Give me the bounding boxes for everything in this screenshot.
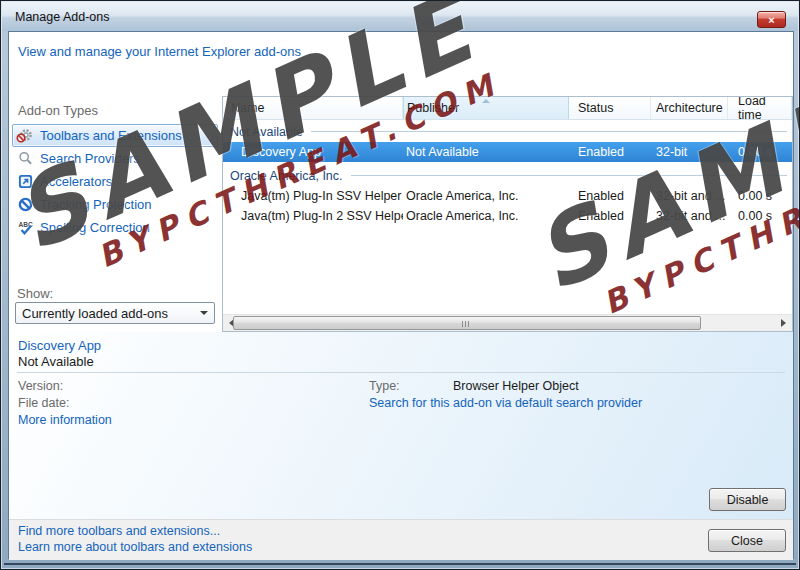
close-button[interactable]: Close — [708, 529, 786, 552]
accelerator-icon — [18, 174, 36, 190]
addons-table: Name Publisher Status Architecture Load … — [222, 96, 793, 332]
table-row-java2-ssv-helper[interactable]: Java(tm) Plug-In 2 SSV Helper Oracle Ame… — [223, 206, 792, 226]
footer-bar: Find more toolbars and extensions... Lea… — [9, 519, 793, 560]
search-icon — [18, 151, 36, 167]
window-title: Manage Add-ons — [15, 10, 110, 24]
table-header-row: Name Publisher Status Architecture Load … — [223, 97, 792, 120]
dropdown-arrow-icon — [200, 311, 208, 315]
addon-types-title: Add-on Types — [18, 103, 98, 118]
spelling-correction-icon: ABC — [18, 220, 36, 236]
column-header-name[interactable]: Name — [223, 97, 403, 119]
disabled-badge-icon — [16, 131, 26, 146]
horizontal-scrollbar[interactable] — [223, 314, 792, 331]
show-filter-dropdown[interactable]: Currently loaded add-ons — [15, 302, 215, 324]
show-filter-selected-option: Currently loaded add-ons — [22, 306, 200, 321]
sidebar-item-accelerators[interactable]: Accelerators — [12, 170, 218, 193]
header-strip: View and manage your Internet Explorer a… — [9, 32, 793, 96]
table-row-discovery-app[interactable]: Discovery App Not Available Enabled 32-b… — [223, 142, 792, 162]
sidebar-item-label: Toolbars and Extensions — [40, 128, 182, 143]
sidebar-item-label: Search Providers — [40, 151, 140, 166]
sidebar-item-tracking-protection[interactable]: Tracking Protection — [12, 193, 218, 216]
scroll-right-icon[interactable] — [775, 315, 792, 331]
column-header-status[interactable]: Status — [569, 97, 651, 119]
dialog-content: View and manage your Internet Explorer a… — [8, 31, 794, 559]
type-value: Browser Helper Object — [453, 379, 579, 393]
version-label: Version: — [18, 379, 63, 393]
group-divider — [311, 131, 787, 132]
toolbars-extensions-icon — [18, 128, 36, 144]
search-addon-link[interactable]: Search for this add-on via default searc… — [369, 396, 642, 410]
tracking-protection-icon — [18, 197, 36, 213]
column-header-architecture[interactable]: Architecture — [651, 97, 728, 119]
addon-types-list: Toolbars and Extensions Search Providers — [12, 124, 218, 239]
window-frame-bottom — [4, 563, 796, 565]
learn-more-toolbars-link[interactable]: Learn more about toolbars and extensions — [18, 540, 252, 554]
more-information-link[interactable]: More information — [18, 413, 112, 427]
file-date-label: File date: — [18, 396, 69, 410]
sidebar-item-search-providers[interactable]: Search Providers — [12, 147, 218, 170]
addon-details-pane: Discovery App Not Available Version: Fil… — [9, 332, 793, 519]
group-divider — [351, 175, 787, 176]
scrollbar-thumb[interactable] — [233, 316, 701, 330]
find-more-toolbars-link[interactable]: Find more toolbars and extensions... — [18, 524, 220, 538]
sidebar-item-label: Spelling Correction — [40, 220, 150, 235]
type-label: Type: — [369, 379, 400, 393]
sidebar-item-label: Accelerators — [40, 174, 112, 189]
dialog-subtitle: View and manage your Internet Explorer a… — [18, 44, 301, 59]
details-divider — [17, 372, 785, 373]
column-header-publisher[interactable]: Publisher — [403, 97, 569, 119]
group-header-oracle: Oracle America, Inc. — [223, 165, 792, 186]
show-label: Show: — [17, 286, 53, 301]
table-row-java-ssv-helper[interactable]: Java(tm) Plug-In SSV Helper Oracle Ameri… — [223, 186, 792, 206]
manage-addons-dialog: Manage Add-ons × View and manage your In… — [0, 0, 800, 570]
window-close-button[interactable]: × — [757, 11, 786, 28]
disable-button[interactable]: Disable — [709, 488, 786, 511]
sidebar-item-toolbars-extensions[interactable]: Toolbars and Extensions — [12, 124, 218, 147]
sort-ascending-icon — [482, 99, 490, 103]
sidebar-item-spelling-correction[interactable]: ABC Spelling Correction — [12, 216, 218, 239]
scrollbar-grip — [462, 321, 471, 327]
close-icon: × — [768, 14, 774, 26]
group-header-not-available: Not Available — [223, 121, 792, 142]
addon-types-panel: Add-on Types — [9, 96, 222, 332]
title-bar[interactable]: Manage Add-ons — [2, 2, 798, 31]
sidebar-item-label: Tracking Protection — [40, 197, 152, 212]
column-header-load-time[interactable]: Load time — [728, 97, 792, 119]
selected-addon-publisher: Not Available — [18, 354, 94, 369]
selected-addon-name: Discovery App — [18, 338, 101, 353]
